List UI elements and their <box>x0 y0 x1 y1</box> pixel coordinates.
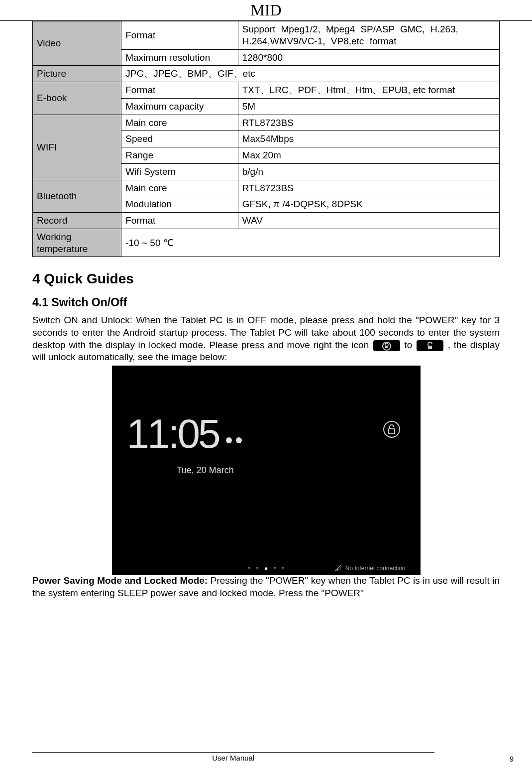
svg-rect-8 <box>340 567 341 571</box>
video-format-label: Format <box>121 21 238 50</box>
wifi-sys-label: Wifi System <box>121 163 238 180</box>
svg-rect-1 <box>385 346 388 348</box>
page-footer: User Manual 9 <box>32 752 500 762</box>
bt-core-label: Main core <box>121 180 238 196</box>
video-format-value: Support Mpeg1/2, Mpeg4 SP/ASP GMC, H.263… <box>238 21 499 50</box>
page-number: 9 <box>510 755 514 763</box>
heading-quick-guides: 4 Quick Guides <box>32 271 500 287</box>
video-res-value: 1280*800 <box>238 49 499 66</box>
wifi-sys-value: b/g/n <box>238 163 499 180</box>
wifi-speed-label: Speed <box>121 131 238 147</box>
power-saving-paragraph: Power Saving Mode and Locked Mode: Press… <box>32 575 500 599</box>
ebook-cap-label: Maximum capacity <box>121 98 238 115</box>
p2-bold: Power Saving Mode and Locked Mode: <box>32 575 211 586</box>
picture-value: JPG、JPEG、BMP、GIF、etc <box>121 66 500 82</box>
lockscreen-date: Tue, 20 March <box>177 465 234 476</box>
unlock-icon <box>383 420 401 441</box>
ebook-cap-value: 5M <box>238 98 499 115</box>
svg-rect-4 <box>389 429 395 434</box>
wifi-core-label: Main core <box>121 115 238 131</box>
spec-table: Video Format Support Mpeg1/2, Mpeg4 SP/A… <box>32 21 500 257</box>
svg-rect-7 <box>338 568 339 571</box>
no-signal-icon <box>334 565 341 572</box>
record-label: Format <box>121 213 238 229</box>
cat-record: Record <box>33 213 121 229</box>
temp-value: -10 ~ 50 ℃ <box>121 229 500 257</box>
bt-core-value: RTL8723BS <box>238 180 499 196</box>
footer-label: User Manual <box>32 754 434 762</box>
wifi-range-value: Max 20m <box>238 147 499 164</box>
wifi-core-value: RTL8723BS <box>238 115 499 131</box>
lockscreen-dots-icon <box>224 437 244 443</box>
bt-mod-label: Modulation <box>121 196 238 213</box>
lockscreen-status-text: No Internet connection <box>345 565 406 572</box>
p1-text-b: to <box>405 340 413 350</box>
page-content: Video Format Support Mpeg1/2, Mpeg4 SP/A… <box>0 21 532 599</box>
page-header-title: MID <box>0 0 532 20</box>
switch-on-paragraph: Switch ON and Unlock: When the Tablet PC… <box>32 314 500 364</box>
lockscreen-status: No Internet connection <box>334 565 406 572</box>
lockscreen-image: 11:05 Tue, 20 March ••●•• No Internet co… <box>112 366 421 575</box>
heading-switch-onoff: 4.1 Switch On/Off <box>32 296 500 309</box>
cat-wifi: WIFI <box>33 115 121 180</box>
svg-rect-2 <box>428 346 432 349</box>
cat-ebook: E-book <box>33 82 121 115</box>
lockscreen-time-digits: 11:05 <box>127 410 219 457</box>
cat-temp: Working temperature <box>33 229 121 257</box>
cat-picture: Picture <box>33 66 121 82</box>
record-value: WAV <box>238 213 499 229</box>
cat-video: Video <box>33 21 121 66</box>
wifi-range-label: Range <box>121 147 238 164</box>
footer-rule <box>32 752 434 753</box>
cat-bt: Bluetooth <box>33 180 121 213</box>
video-res-label: Maximum resolution <box>121 49 238 66</box>
ebook-format-value: TXT、LRC、PDF、Html、Htm、EPUB, etc format <box>238 82 499 99</box>
lock-circle-icon <box>373 340 400 351</box>
lockscreen-time: 11:05 <box>127 410 244 457</box>
ebook-format-label: Format <box>121 82 238 99</box>
unlock-target-icon <box>417 340 443 351</box>
wifi-speed-value: Max54Mbps <box>238 131 499 147</box>
bt-mod-value: GFSK, π /4-DQPSK, 8DPSK <box>238 196 499 213</box>
